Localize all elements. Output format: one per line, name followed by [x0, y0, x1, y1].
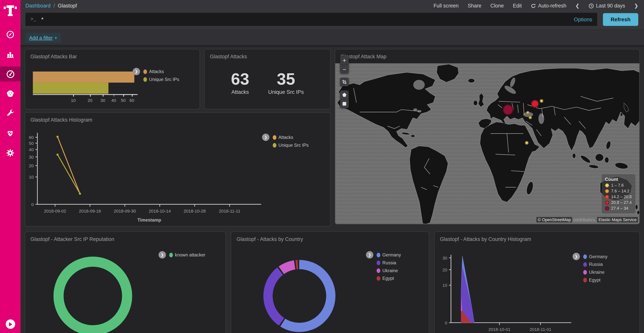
legend-item[interactable]: Russia	[376, 260, 401, 265]
map-fit-bounds-button[interactable]	[340, 78, 349, 86]
map-legend-range: 14.2 – 20.8	[611, 194, 632, 199]
refresh-cycle-icon	[531, 3, 536, 9]
legend-color-dot	[376, 253, 380, 257]
breadcrumb-separator: /	[54, 3, 55, 9]
world-map[interactable]: Count1 – 7.67.6 – 14.214.2 – 20.820.8 – …	[335, 63, 640, 224]
data-point[interactable]	[56, 136, 59, 138]
legend-item[interactable]: Egypt	[583, 277, 608, 282]
legend-item[interactable]: Unique Src IPs	[143, 77, 179, 82]
legend-item[interactable]: Russia	[583, 262, 608, 267]
legend-color-dot	[273, 143, 276, 148]
sidebar-item-monitoring[interactable]	[0, 126, 20, 141]
map-zoom-out-button[interactable]: −	[340, 65, 349, 74]
play-icon	[9, 322, 12, 326]
add-filter-button[interactable]: Add a filter+	[26, 33, 61, 42]
attacks-histogram-chart[interactable]: 01020304050602018-09-022018-09-162018-09…	[25, 113, 330, 226]
legend-toggle-chevron-icon[interactable]: ❯	[572, 253, 580, 260]
x-axis-tick	[73, 94, 74, 97]
top-chrome: Dashboard / Glastopf Full screen Share C…	[20, 0, 644, 30]
legend-label: Unique Src IPs	[149, 77, 179, 82]
share-button[interactable]: Share	[468, 3, 481, 9]
ems-link[interactable]: Elastic Maps Service	[597, 217, 638, 222]
bar-attacks[interactable]	[33, 72, 134, 83]
time-forward-chevron[interactable]: ❯	[634, 3, 638, 9]
edit-button[interactable]: Edit	[513, 3, 522, 9]
sidebar-item-discover[interactable]	[0, 27, 20, 42]
legend-color-dot	[273, 135, 276, 140]
svg-text:40: 40	[29, 147, 34, 152]
donut-slice[interactable]	[58, 262, 127, 330]
map-point[interactable]	[526, 111, 530, 114]
query-text[interactable]: *	[41, 16, 574, 23]
legend: ❯AttacksUnique Src IPs	[143, 69, 179, 85]
legend-item[interactable]: Unique Src IPs	[273, 143, 308, 148]
attacks-by-country-histogram-chart[interactable]: 01020302018-10-012018-11-01Timestamp	[434, 232, 640, 333]
legend-item[interactable]: Germany	[376, 252, 401, 257]
crop-icon	[342, 79, 347, 85]
sidebar-item-management[interactable]	[0, 146, 20, 160]
legend-item[interactable]: Ukraine	[583, 270, 608, 275]
options-link[interactable]: Options	[574, 16, 592, 23]
bar-chart-icon	[6, 50, 15, 59]
x-axis-tick	[114, 94, 114, 97]
full-screen-button[interactable]: Full screen	[434, 3, 459, 9]
x-axis-tick-label: 10	[71, 98, 76, 103]
svg-text:60: 60	[29, 135, 34, 140]
sidebar-item-dashboard[interactable]	[0, 67, 20, 81]
legend-toggle-chevron-icon[interactable]: ❯	[262, 134, 270, 141]
panel-title: Glastopf Attack Map	[335, 49, 640, 60]
line-series[interactable]	[58, 155, 80, 194]
data-point[interactable]	[56, 153, 59, 156]
map-legend-item: 20.8 – 27.4	[605, 200, 632, 205]
sidebar-item-dev-tools[interactable]	[0, 106, 20, 121]
svg-text:30: 30	[442, 256, 447, 260]
src-ip-reputation-donut[interactable]	[49, 252, 137, 333]
legend-item[interactable]: Attacks	[143, 69, 179, 74]
map-point[interactable]	[528, 116, 532, 119]
bar-unique-src-ips[interactable]	[33, 83, 108, 94]
x-axis-tick-label: 40	[111, 98, 116, 103]
svg-text:2018-09-30: 2018-09-30	[114, 209, 136, 213]
panel-title: Glastopf - Attacks by Country	[231, 232, 429, 242]
world-map-svg	[335, 63, 640, 224]
map-point[interactable]	[531, 100, 539, 108]
legend-item[interactable]: Attacks	[273, 135, 308, 140]
clone-button[interactable]: Clone	[490, 3, 504, 9]
line-series[interactable]	[58, 137, 80, 194]
x-axis-tick-label: 30	[100, 98, 105, 103]
svg-text:20: 20	[442, 268, 447, 272]
legend-toggle-chevron-icon[interactable]: ❯	[366, 251, 373, 259]
map-legend-item: 27.4 – 34	[605, 206, 632, 211]
panel-attacks-histogram: Glastopf Attacks Histogram 0102030405060…	[25, 112, 330, 226]
sidebar-expand-button[interactable]	[6, 319, 15, 329]
legend-label: Ukraine	[382, 268, 398, 273]
map-draw-rectangle-button[interactable]	[340, 99, 349, 108]
map-legend-item: 7.6 – 14.2	[605, 189, 632, 193]
time-back-chevron[interactable]: ❮	[576, 3, 580, 9]
time-picker-button[interactable]: Last 90 days	[588, 3, 625, 9]
refresh-button[interactable]: Refresh	[603, 13, 638, 26]
map-draw-polygon-button[interactable]	[340, 90, 349, 99]
legend-label: Egypt	[382, 276, 394, 281]
data-point[interactable]	[79, 193, 81, 195]
query-input[interactable]: >_ * Options	[26, 13, 597, 26]
legend-toggle-chevron-icon[interactable]: ❯	[158, 251, 166, 259]
kibana-dashboard: Dashboard / Glastopf Full screen Share C…	[0, 0, 644, 333]
sidebar-item-timelion[interactable]	[0, 86, 20, 101]
metric-label: Unique Src IPs	[268, 89, 304, 95]
svg-text:0: 0	[445, 320, 447, 325]
breadcrumb-dashboard-link[interactable]: Dashboard	[26, 3, 50, 9]
legend-item[interactable]: Ukraine	[376, 268, 401, 273]
metric-value: 35	[268, 71, 304, 87]
map-zoom-in-button[interactable]: +	[340, 56, 349, 65]
legend-item[interactable]: Germany	[583, 254, 608, 259]
sidebar-item-visualize[interactable]	[0, 47, 20, 62]
legend-item[interactable]: known attacker	[169, 252, 206, 257]
attacks-by-country-donut[interactable]	[259, 256, 340, 333]
legend-toggle-chevron-icon[interactable]: ❯	[133, 68, 140, 75]
legend-item[interactable]: Egypt	[376, 276, 401, 281]
t-logo-icon	[3, 3, 18, 18]
t-mobile-logo[interactable]	[0, 0, 20, 21]
osm-link[interactable]: © OpenStreetMap	[536, 217, 572, 222]
auto-refresh-button[interactable]: Auto-refresh	[531, 3, 566, 9]
